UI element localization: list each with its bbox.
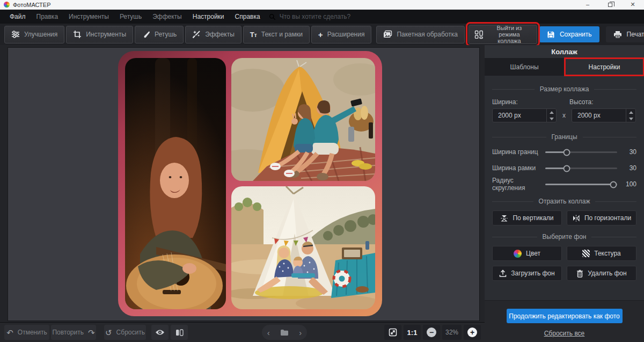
- brush-icon: [142, 30, 150, 39]
- fullscreen-icon: [389, 328, 397, 337]
- menu-item-retouch[interactable]: Ретушь: [114, 10, 147, 24]
- app-title: ФотоМАСТЕР: [13, 2, 51, 8]
- slider-handle[interactable]: [564, 165, 570, 172]
- frame-width-slider[interactable]: [545, 163, 617, 173]
- undo-label: Отменить: [18, 329, 47, 336]
- height-label: Высота:: [569, 98, 594, 106]
- tab-tools[interactable]: Инструменты: [66, 26, 133, 43]
- background-color-button[interactable]: Цвет: [492, 246, 562, 261]
- next-photo-button[interactable]: ›: [299, 328, 302, 337]
- photo-couple-tent-image: [231, 58, 375, 181]
- frame-width-row: Ширина рамки 30: [492, 163, 636, 173]
- upload-background-label: Загрузить фон: [511, 270, 554, 277]
- collage-photo-family-beach[interactable]: [231, 186, 375, 309]
- zoom-level: 32%: [442, 325, 462, 340]
- tab-settings[interactable]: Настройки: [565, 58, 644, 76]
- slider-handle[interactable]: [564, 149, 570, 156]
- menu-item-tools[interactable]: Инструменты: [63, 10, 114, 24]
- corner-radius-row: Радиус скругления 100: [492, 179, 636, 189]
- text-icon: Tт: [250, 31, 257, 39]
- height-input[interactable]: [572, 112, 626, 119]
- slider-handle[interactable]: [610, 181, 617, 188]
- trash-icon: [576, 270, 583, 278]
- zoom-out-button[interactable]: −: [423, 325, 440, 340]
- frame-width-label: Ширина рамки: [492, 164, 545, 172]
- main-toolbar: Улучшения Инструменты Ретушь Эффекты Tт …: [0, 24, 644, 45]
- actual-size-button[interactable]: 1:1: [404, 325, 421, 340]
- remove-background-label: Удалить фон: [588, 270, 626, 277]
- tab-label: Ретушь: [155, 31, 177, 38]
- sidebar-tabs: Шаблоны Настройки: [485, 58, 644, 76]
- remove-background-button[interactable]: Удалить фон: [567, 266, 636, 281]
- settings-panel: Размер коллажа Ширина: Высота: x: [485, 76, 644, 301]
- tab-effects[interactable]: Эффекты: [185, 26, 241, 43]
- corner-radius-label: Радиус скругления: [492, 177, 545, 192]
- previous-photo-button[interactable]: ‹: [267, 328, 270, 337]
- restore-icon: [608, 3, 612, 7]
- menu-item-file[interactable]: Файл: [4, 10, 31, 24]
- menu-item-settings[interactable]: Настройки: [187, 10, 230, 24]
- reset-all-link[interactable]: Сбросить все: [544, 330, 585, 337]
- upload-background-button[interactable]: Загрузить фон: [492, 266, 562, 281]
- sidebar-title: Коллаж: [485, 45, 644, 58]
- preview-original-button[interactable]: [151, 325, 169, 340]
- width-input-group: [492, 108, 557, 122]
- collage-preview[interactable]: [118, 51, 382, 316]
- tab-enhancements[interactable]: Улучшения: [4, 26, 64, 43]
- before-after-button[interactable]: [171, 325, 188, 340]
- undo-button[interactable]: ↶ Отменить: [4, 325, 49, 340]
- continue-edit-as-photo-button[interactable]: Продолжить редактировать как фото: [507, 309, 623, 323]
- flip-buttons-row: По вертикали По горизонтали: [492, 210, 636, 225]
- restore-button[interactable]: [599, 0, 621, 9]
- menu-item-edit[interactable]: Правка: [31, 10, 64, 24]
- width-increment-button[interactable]: [547, 109, 556, 115]
- search-icon: [269, 13, 276, 20]
- search-input[interactable]: [280, 13, 392, 20]
- flip-vertical-button[interactable]: По вертикали: [492, 210, 562, 225]
- exit-collage-label: Выйти из режима коллажа: [487, 25, 531, 44]
- crop-icon: [73, 30, 82, 39]
- tab-templates[interactable]: Шаблоны: [485, 58, 565, 76]
- canvas-area: [0, 45, 485, 322]
- fit-to-screen-button[interactable]: [384, 325, 401, 340]
- flip-horizontal-button[interactable]: По горизонтали: [567, 210, 636, 225]
- width-decrement-button[interactable]: [547, 115, 556, 122]
- size-inputs-row: x: [492, 108, 636, 122]
- magic-wand-icon: [192, 30, 201, 39]
- corner-radius-slider[interactable]: [545, 179, 617, 189]
- print-button[interactable]: Печать: [606, 26, 644, 42]
- tab-text-frames[interactable]: Tт Текст и рамки: [243, 26, 310, 43]
- canvas-panel: [8, 47, 480, 321]
- bottom-toolbar: ↶ Отменить Повторить ↷ ↺ Сбросить ‹ › 1:…: [0, 322, 485, 342]
- collage-settings-sidebar: Коллаж Шаблоны Настройки Размер коллажа …: [485, 45, 644, 342]
- save-button[interactable]: Сохранить: [539, 26, 599, 42]
- tab-batch-processing[interactable]: Пакетная обработка: [376, 26, 464, 43]
- print-label: Печать: [627, 31, 644, 38]
- window-controls: – ✕: [576, 0, 644, 9]
- border-width-slider[interactable]: [545, 147, 617, 157]
- sliders-icon: [11, 30, 20, 39]
- height-decrement-button[interactable]: [626, 115, 635, 122]
- tab-extensions[interactable]: + Расширения: [311, 26, 372, 43]
- zoom-in-button[interactable]: +: [464, 325, 481, 340]
- width-input[interactable]: [493, 112, 546, 119]
- height-increment-button[interactable]: [626, 109, 635, 115]
- minimize-button[interactable]: –: [576, 0, 599, 9]
- collage-photo-couple-tent[interactable]: [231, 58, 375, 181]
- menu-bar: Файл Правка Инструменты Ретушь Эффекты Н…: [0, 10, 644, 24]
- tab-retouch[interactable]: Ретушь: [135, 26, 184, 43]
- background-texture-button[interactable]: Текстура: [567, 246, 636, 261]
- collage-photo-guitar-girl[interactable]: [125, 58, 226, 309]
- printer-icon: [613, 31, 622, 39]
- redo-button[interactable]: Повторить ↷: [51, 325, 96, 340]
- exit-collage-mode-button[interactable]: Выйти из режима коллажа: [469, 25, 537, 44]
- reset-label: Сбросить: [116, 329, 145, 336]
- menu-item-help[interactable]: Справка: [230, 10, 266, 24]
- photo-navigator: ‹ ›: [262, 325, 307, 340]
- eye-icon: [155, 329, 165, 336]
- folder-icon[interactable]: [280, 329, 289, 336]
- corner-radius-value: 100: [617, 180, 636, 188]
- reset-button[interactable]: ↺ Сбросить: [104, 325, 146, 340]
- menu-item-effects[interactable]: Эффекты: [147, 10, 187, 24]
- close-button[interactable]: ✕: [621, 0, 644, 9]
